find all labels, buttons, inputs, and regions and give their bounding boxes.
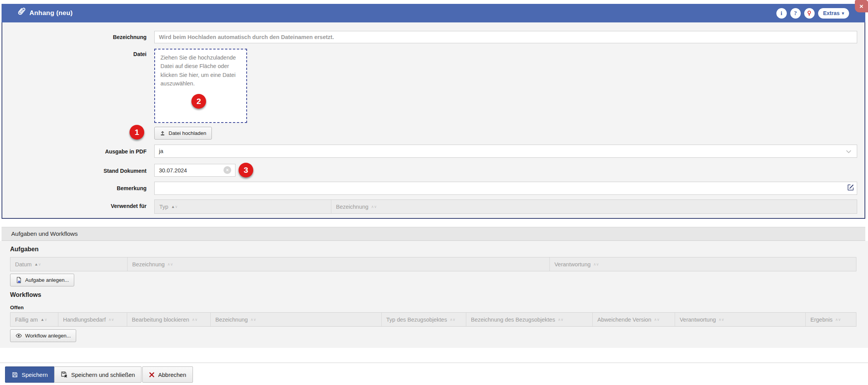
save-and-close-button-label: Speichern und schließen	[71, 371, 135, 378]
edit-pencil-icon	[847, 184, 854, 191]
create-workflow-button[interactable]: Workflow anlegen...	[10, 329, 76, 342]
column-header-handlungsbedarf[interactable]: Handlungsbedarf ∧∨	[58, 313, 127, 326]
extras-button-label: Extras	[823, 10, 840, 16]
column-header-datum[interactable]: Datum ▲∨	[10, 257, 128, 271]
verwendet-fuer-label: Verwendet für	[2, 203, 147, 209]
footer-bar: Speichern Speichern und schließen	[0, 348, 868, 385]
clear-icon: ×	[226, 168, 229, 172]
aufgaben-heading: Aufgaben	[10, 246, 39, 253]
bemerkung-input[interactable]	[154, 182, 857, 195]
column-header-verantwortung[interactable]: Verantwortung ∧∨	[550, 257, 856, 271]
upload-file-button[interactable]: Datei hochladen	[154, 127, 212, 140]
aufgaben-table-header: Datum ▲∨ Bezeichnung ∧∨ Verantwortung ∧∨	[10, 257, 856, 271]
column-header-faellig-am[interactable]: Fällig am ▲∨	[10, 313, 58, 326]
chevron-down-icon	[845, 148, 852, 155]
save-close-icon	[61, 371, 68, 378]
file-dropzone-text: Ziehen Sie die hochzuladende Datei auf d…	[160, 55, 236, 87]
help-icon: ?	[794, 10, 797, 17]
svg-text:✱: ✱	[18, 280, 20, 283]
ausgabe-in-pdf-select[interactable]: ja	[154, 145, 857, 158]
column-header-typ[interactable]: Typ ▲∨	[155, 200, 331, 213]
extras-button[interactable]: Extras ▾	[818, 8, 849, 19]
create-task-button[interactable]: ✱ Aufgabe anlegen...	[10, 274, 74, 286]
column-header-bezeichnung[interactable]: Bezeichnung ∧∨	[331, 200, 857, 213]
tip-button[interactable]	[804, 8, 815, 19]
stand-dokument-label: Stand Dokument	[2, 168, 147, 174]
file-dropzone[interactable]: Ziehen Sie die hochzuladende Datei auf d…	[154, 49, 247, 123]
column-header-bearbeitung-blockieren[interactable]: Bearbeitung blockieren ∧∨	[127, 313, 211, 326]
footer-divider	[0, 363, 868, 363]
workflows-table-header: Fällig am ▲∨ Handlungsbedarf ∧∨ Bearbeit…	[10, 312, 856, 327]
page-title: Anhang (neu)	[29, 9, 73, 17]
workflows-heading: Workflows	[10, 291, 41, 298]
save-and-close-button[interactable]: Speichern und schließen	[54, 366, 142, 383]
titlebar-actions: i ? Extras ▾	[776, 4, 849, 22]
save-icon	[12, 371, 18, 378]
column-header-abweichende-version[interactable]: Abweichende Version ∧∨	[593, 313, 675, 326]
bemerkung-label: Bemerkung	[2, 185, 147, 191]
clear-date-button[interactable]: ×	[223, 166, 231, 174]
eye-icon	[15, 332, 22, 339]
section-header-aufgaben-und-workflows[interactable]: Aufgaben und Workflows	[2, 227, 865, 241]
create-workflow-button-label: Workflow anlegen...	[25, 333, 71, 339]
info-icon: i	[781, 10, 782, 17]
help-button[interactable]: ?	[790, 8, 801, 19]
column-header-bezeichnung[interactable]: Bezeichnung ∧∨	[211, 313, 382, 326]
column-header-typ-des-bezugsobjektes[interactable]: Typ des Bezugsobjektes ∧∨	[382, 313, 466, 326]
column-header-bezeichnung-des-bezugsobjektes[interactable]: Bezeichnung des Bezugsobjektes ∧∨	[466, 313, 593, 326]
sort-desc-icon: ∨	[374, 204, 376, 209]
close-icon: ×	[859, 3, 863, 10]
sort-desc-icon: ∨	[175, 204, 177, 209]
bezeichnung-input[interactable]	[154, 31, 857, 43]
column-header-ergebnis[interactable]: Ergebnis ∧∨	[806, 313, 856, 326]
cancel-button-label: Abbrechen	[158, 371, 186, 378]
upload-file-button-label: Datei hochladen	[169, 130, 206, 136]
cancel-button[interactable]: Abbrechen	[142, 366, 193, 383]
sort-desc-icon: ∨	[38, 262, 41, 266]
close-button[interactable]: ×	[855, 0, 868, 12]
annotation-badge-1: 1	[130, 125, 144, 140]
lightbulb-icon	[806, 10, 812, 16]
ausgabe-in-pdf-value: ja	[159, 148, 163, 154]
upload-icon	[160, 130, 165, 136]
save-button-label: Speichern	[22, 371, 48, 378]
annotation-badge-2: 2	[191, 94, 206, 109]
window-titlebar: Anhang (neu) i ? Extras ▾	[2, 4, 865, 22]
info-button[interactable]: i	[776, 8, 787, 19]
paperclip-icon	[12, 7, 23, 19]
verwendet-fuer-table-header: Typ ▲∨ Bezeichnung ∧∨	[154, 199, 857, 214]
ausgabe-in-pdf-label: Ausgabe in PDF	[2, 148, 147, 155]
annotation-badge-3: 3	[239, 163, 253, 177]
sort-asc-icon: ▲	[171, 204, 174, 209]
cancel-x-icon	[149, 372, 155, 378]
column-header-verantwortung[interactable]: Verantwortung ∧∨	[675, 313, 806, 326]
edit-note-button[interactable]	[847, 184, 854, 192]
attachment-form-panel: Bezeichnung Datei Ziehen Sie die hochzul…	[2, 22, 865, 219]
bezeichnung-label: Bezeichnung	[2, 34, 147, 40]
sort-asc-icon: ∧	[371, 204, 373, 209]
anhang-neu-window: Anhang (neu) i ? Extras ▾	[0, 0, 868, 385]
workflows-status-label: Offen	[10, 305, 24, 310]
sort-asc-icon: ▲	[34, 262, 38, 266]
new-document-icon: ✱	[15, 277, 22, 283]
datei-label: Datei	[2, 51, 147, 57]
save-button[interactable]: Speichern	[5, 366, 55, 383]
create-task-button-label: Aufgabe anlegen...	[25, 277, 69, 283]
column-header-bezeichnung[interactable]: Bezeichnung ∧∨	[128, 257, 550, 271]
chevron-down-icon: ▾	[842, 11, 844, 16]
